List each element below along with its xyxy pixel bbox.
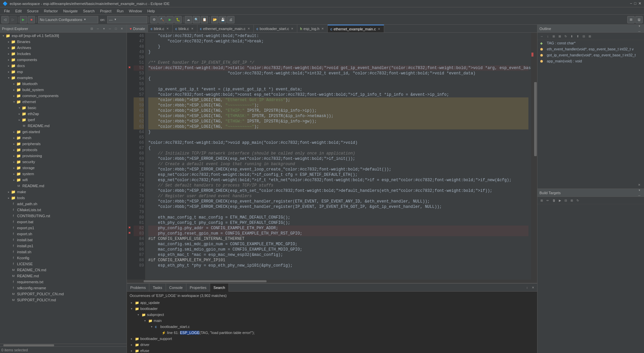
editor-vscroll-thumb[interactable] — [534, 82, 537, 156]
link-btn[interactable]: ↔ — [95, 26, 101, 31]
tree-item-ethernet[interactable]: ▾📁ethernet — [0, 99, 127, 105]
tree-item-eth2ap[interactable]: ▸📁eth2ap — [0, 111, 127, 117]
tree-item-export_bat[interactable]: fexport.bat — [0, 219, 127, 225]
tab-close-btn[interactable]: ✕ — [247, 27, 251, 31]
tree-item-bluetooth[interactable]: ▸📁bluetooth — [0, 81, 127, 87]
tree-item-build_system[interactable]: ▸📁build_system — [0, 87, 127, 93]
toolbar-btn-5[interactable]: ☁ — [185, 16, 192, 23]
menu-item-file[interactable]: File — [1, 8, 13, 14]
search-item-driver[interactable]: ▸📁driver — [128, 342, 536, 348]
tab-esplog[interactable]: hesp_log.h✕ — [297, 25, 328, 33]
outline-menu-btn[interactable]: ▾ — [637, 23, 642, 29]
bottom-tab-properties[interactable]: Properties — [186, 284, 210, 292]
maximize-panel-btn[interactable]: □ — [113, 26, 119, 31]
tab-close-btn[interactable]: ✕ — [377, 27, 381, 31]
bottom-ctrl-1[interactable]: ✕ — [530, 285, 536, 290]
menu-item-window[interactable]: Window — [126, 8, 145, 14]
search-item-bootloader_start[interactable]: ▾cbootloader_start.c — [128, 324, 536, 330]
tree-item-requirements[interactable]: frequirements.txt — [0, 279, 127, 285]
outline-tb-9[interactable]: ⊞ — [587, 33, 593, 39]
outline-tb-6[interactable]: ⬇ — [569, 33, 575, 39]
menu-item-edit[interactable]: Edit — [13, 8, 24, 14]
tree-item-esp-idf[interactable]: ▾📁esp-idf [esp-idf v4.1 5ef1b39] — [0, 33, 127, 39]
run-button[interactable]: ▶ — [20, 16, 27, 23]
bt-menu-btn[interactable]: ▾ — [637, 188, 642, 193]
tree-item-license[interactable]: fLICENSE — [0, 261, 127, 267]
launch-config-dropdown[interactable]: No Launch Configurations ▼ — [38, 16, 98, 23]
tree-item-kconfig[interactable]: fKconfig — [0, 255, 127, 261]
left-scrollbar[interactable] — [0, 344, 127, 346]
toolbar-btn-3[interactable]: ▶ — [166, 16, 174, 23]
tree-item-iperf[interactable]: ▸📁iperf — [0, 117, 127, 123]
tree-item-basic[interactable]: ▾📁basic — [0, 105, 127, 111]
tree-item-wifi[interactable]: ▸📁wifi — [0, 177, 127, 183]
bt-tb-6[interactable]: ⊞ — [569, 198, 575, 204]
run-target-dropdown[interactable]: --- ▼ — [107, 16, 147, 23]
tree-item-esp[interactable]: ▸📁esp — [0, 69, 127, 75]
tree-item-readme[interactable]: MREADME.md — [0, 273, 127, 279]
tab-close-btn[interactable]: ✕ — [166, 27, 170, 31]
outline-tb-5[interactable]: ↻ — [563, 33, 569, 39]
outline-tb-3[interactable]: ⊞ — [551, 33, 557, 39]
tree-item-mesh[interactable]: ▸📁mesh — [0, 135, 127, 141]
search-item-bootloader[interactable]: ▾📁bootloader — [128, 306, 536, 312]
bt-tb-1[interactable]: ⊞ — [539, 198, 545, 204]
menu-item-refactor[interactable]: Refactor — [41, 8, 61, 14]
outline-close-btn[interactable]: ✕ — [637, 18, 642, 23]
tree-item-support_policy_cn[interactable]: MSUPPORT_POLICY_CN.md — [0, 291, 127, 297]
tab-bootloader[interactable]: cbootloader_start.c✕ — [254, 25, 298, 33]
tree-item-archives[interactable]: ▸📁Archives — [0, 45, 127, 51]
tree-item-common_components[interactable]: ▸📁common_components — [0, 93, 127, 99]
tab-donate[interactable]: ♥Donate — [127, 25, 148, 33]
outline-item-ethevent[interactable]: ⬟eth_event_handler(void*, esp_event_base… — [537, 46, 644, 52]
bt-tb-3[interactable]: 🗑 — [551, 198, 557, 204]
outline-tb-8[interactable]: ⊟ — [581, 33, 587, 39]
tree-item-peripherals[interactable]: ▸📁peripherals — [0, 141, 127, 147]
tree-item-support_policy[interactable]: MSUPPORT_POLICY.md — [0, 297, 127, 303]
tree-item-security[interactable]: ▸📁security — [0, 159, 127, 165]
menu-item-project[interactable]: Project — [97, 8, 114, 14]
outline-tb-4[interactable]: ⊠ — [557, 33, 563, 39]
tree-item-readme_cn[interactable]: MREADME_CN.md — [0, 267, 127, 273]
outline-tb-7[interactable]: ⬆ — [575, 33, 581, 39]
tree-item-install_sh[interactable]: finstall.sh — [0, 249, 127, 255]
toolbar-btn-2[interactable]: 🔨 — [158, 16, 166, 23]
editor-hscrollbar[interactable] — [127, 280, 537, 283]
menu-item-search[interactable]: Search — [80, 8, 98, 14]
tab-blinkc_2[interactable]: cblink.c✕ — [173, 25, 197, 33]
tree-item-docs[interactable]: ▸📁docs — [0, 63, 127, 69]
back-button[interactable]: ◁ — [1, 16, 9, 23]
tree-item-readme_examples[interactable]: MREADME.md — [0, 183, 127, 189]
tab-close-btn[interactable]: ✕ — [321, 27, 325, 31]
tree-item-binaries[interactable]: ▸📁Binaries — [0, 39, 127, 45]
tree-item-sdkconfig[interactable]: fsdkconfig.rename — [0, 285, 127, 291]
search-item-bootloader_support[interactable]: ▸📁bootloader_support — [128, 336, 536, 342]
menu-item-source[interactable]: Source — [24, 8, 41, 14]
outline-tb-1[interactable]: ↔ — [539, 33, 545, 39]
bt-tb-7[interactable]: ↻ — [575, 198, 581, 204]
tree-item-tools[interactable]: ▸📁tools — [0, 195, 127, 201]
tab-ethernet_main2[interactable]: cethernet_example_main.c✕ — [328, 25, 384, 33]
search-item-main_boot[interactable]: ▾📁main — [128, 318, 536, 324]
forward-button[interactable]: ▷ — [9, 16, 17, 23]
outline-tb-2[interactable]: ↕ — [545, 33, 551, 39]
toolbar-btn-4[interactable]: 🐛 — [174, 16, 182, 23]
collapse-all-btn[interactable]: ⊟ — [89, 26, 95, 31]
bottom-tab-search[interactable]: Search — [210, 284, 229, 292]
close-panel-btn[interactable]: ✕ — [119, 26, 125, 31]
minimize-button[interactable]: − — [630, 1, 632, 6]
panel-menu-btn[interactable]: ▾ — [101, 26, 107, 31]
maximize-button[interactable]: □ — [634, 1, 636, 6]
tree-item-includes[interactable]: ▸📁Includes — [0, 51, 127, 57]
tree-item-install_ps1[interactable]: finstall.ps1 — [0, 243, 127, 249]
toolbar-btn-8[interactable]: 📂 — [211, 16, 218, 23]
menu-item-run[interactable]: Run — [114, 8, 126, 14]
toolbar-btn-10[interactable]: 🖨 — [227, 16, 234, 23]
outline-item-TAGcons[interactable]: ◆TAG : const char* — [537, 40, 644, 46]
outline-item-gotipeve[interactable]: ⬟got_ip_event_handler(void*, esp_event_b… — [537, 52, 644, 58]
tree-item-readme_ethernet[interactable]: MREADME.md — [0, 123, 127, 129]
bottom-tab-tasks[interactable]: Tasks — [149, 284, 166, 292]
tab-ethernet_main[interactable]: cethernet_example_main.c✕ — [197, 25, 254, 33]
minimize-panel-btn[interactable]: ─ — [107, 26, 113, 31]
toolbar-btn-7[interactable]: 📋 — [201, 16, 208, 23]
